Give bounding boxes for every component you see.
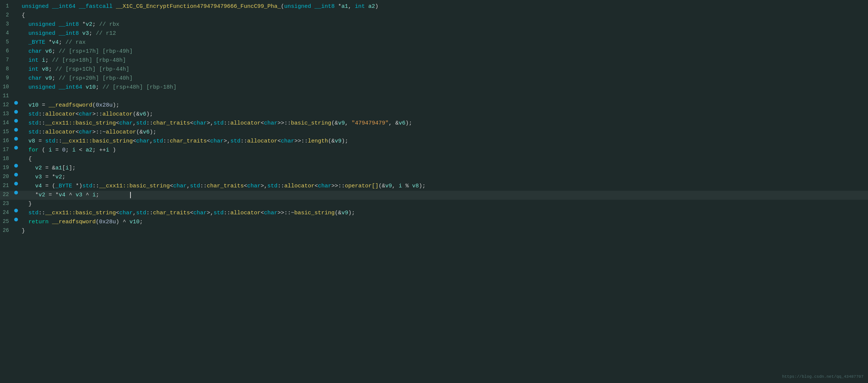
line-num-19: 19 xyxy=(0,164,13,172)
line-num-8: 8 xyxy=(0,65,13,73)
code-text-14: std::__cxx11::basic_string<char,std::cha… xyxy=(19,119,868,128)
code-text-20: v3 = *v2; xyxy=(19,173,868,181)
code-text-4: unsigned __int8 v3; // r12 xyxy=(19,29,868,38)
code-line-12: 12 v10 = __readfsqword(0x28u); xyxy=(0,101,868,110)
code-line-10: 10 unsigned __int64 v10; // [rsp+48h] [r… xyxy=(0,83,868,92)
code-text-10: unsigned __int64 v10; // [rsp+48h] [rbp-… xyxy=(19,83,868,92)
watermark: https://blog.csdn.net/qq_43487707 xyxy=(782,374,864,380)
code-line-24: 24 std::__cxx11::basic_string<char,std::… xyxy=(0,209,868,218)
line-num-11: 11 xyxy=(0,92,13,100)
dot-17 xyxy=(13,146,19,150)
code-line-8: 8 int v8; // [rsp+1Ch] [rbp-44h] xyxy=(0,65,868,74)
code-text-24: std::__cxx11::basic_string<char,std::cha… xyxy=(19,209,868,217)
code-text-3: unsigned __int8 *v2; // rbx xyxy=(19,20,868,29)
line-num-14: 14 xyxy=(0,119,13,127)
line-num-9: 9 xyxy=(0,74,13,82)
code-line-26: 26 } xyxy=(0,227,868,236)
code-text-9: char v9; // [rsp+20h] [rbp-40h] xyxy=(19,74,868,83)
line-num-26: 26 xyxy=(0,227,13,235)
line-num-10: 10 xyxy=(0,83,13,91)
line-num-23: 23 xyxy=(0,200,13,208)
code-text-15: std::allocator<char>::~allocator(&v6); xyxy=(19,128,868,137)
code-line-20: 20 v3 = *v2; xyxy=(0,173,868,182)
line-num-22: 22 xyxy=(0,191,13,199)
code-line-14: 14 std::__cxx11::basic_string<char,std::… xyxy=(0,119,868,128)
dot-20 xyxy=(13,173,19,177)
code-text-6: char v6; // [rsp+17h] [rbp-49h] xyxy=(19,47,868,56)
line-num-2: 2 xyxy=(0,11,13,19)
code-text-5: _BYTE *v4; // rax xyxy=(19,38,868,47)
code-line-21: 21 v4 = (_BYTE *)std::__cxx11::basic_str… xyxy=(0,182,868,191)
code-text-12: v10 = __readfsqword(0x28u); xyxy=(19,101,868,110)
code-text-19: v2 = &a1[i]; xyxy=(19,164,868,172)
code-line-7: 7 int i; // [rsp+18h] [rbp-48h] xyxy=(0,56,868,65)
line-num-25: 25 xyxy=(0,218,13,226)
line-num-18: 18 xyxy=(0,155,13,163)
dot-24 xyxy=(13,209,19,212)
line-num-3: 3 xyxy=(0,20,13,28)
dot-19 xyxy=(13,164,19,168)
code-viewer: 1 unsigned __int64 __fastcall __X1C_CG_E… xyxy=(0,0,868,238)
code-line-19: 19 v2 = &a1[i]; xyxy=(0,164,868,173)
code-line-9: 9 char v9; // [rsp+20h] [rbp-40h] xyxy=(0,74,868,83)
code-text-18: { xyxy=(19,155,868,163)
line-num-17: 17 xyxy=(0,146,13,154)
code-text-22: *v2 = *v4 ^ v3 ^ i; xyxy=(19,191,868,199)
line-num-24: 24 xyxy=(0,209,13,217)
dot-13 xyxy=(13,110,19,114)
line-num-20: 20 xyxy=(0,173,13,181)
dot-22 xyxy=(13,191,19,194)
code-line-6: 6 char v6; // [rsp+17h] [rbp-49h] xyxy=(0,47,868,56)
code-line-4: 4 unsigned __int8 v3; // r12 xyxy=(0,29,868,38)
dot-16 xyxy=(13,137,19,141)
code-text-1: unsigned __int64 __fastcall __X1C_CG_Enc… xyxy=(19,2,868,11)
dot-12 xyxy=(13,101,19,105)
code-text-16: v8 = std::__cxx11::basic_string<char,std… xyxy=(19,137,868,145)
line-num-5: 5 xyxy=(0,38,13,46)
dot-21 xyxy=(13,182,19,186)
code-text-2: { xyxy=(19,11,868,20)
code-line-15: 15 std::allocator<char>::~allocator(&v6)… xyxy=(0,128,868,137)
code-line-1: 1 unsigned __int64 __fastcall __X1C_CG_E… xyxy=(0,2,868,11)
code-line-25: 25 return __readfsqword(0x28u) ^ v10; xyxy=(0,218,868,227)
code-line-22: 22 *v2 = *v4 ^ v3 ^ i; xyxy=(0,191,868,200)
dot-25 xyxy=(13,218,19,221)
line-num-12: 12 xyxy=(0,101,13,109)
line-num-4: 4 xyxy=(0,29,13,37)
line-num-13: 13 xyxy=(0,110,13,118)
line-num-15: 15 xyxy=(0,128,13,136)
code-line-18: 18 { xyxy=(0,155,868,164)
code-line-11: 11 xyxy=(0,92,868,101)
code-line-5: 5 _BYTE *v4; // rax xyxy=(0,38,868,47)
line-num-16: 16 xyxy=(0,137,13,145)
code-text-17: for ( i = 0; i < a2; ++i ) xyxy=(19,146,868,154)
line-num-21: 21 xyxy=(0,182,13,190)
code-text-26: } xyxy=(19,227,868,235)
code-text-21: v4 = (_BYTE *)std::__cxx11::basic_string… xyxy=(19,182,868,190)
code-line-2: 2 { xyxy=(0,11,868,20)
code-text-13: std::allocator<char>::allocator(&v6); xyxy=(19,110,868,119)
code-line-13: 13 std::allocator<char>::allocator(&v6); xyxy=(0,110,868,119)
code-line-3: 3 unsigned __int8 *v2; // rbx xyxy=(0,20,868,29)
dot-15 xyxy=(13,128,19,132)
code-text-23: } xyxy=(19,200,868,208)
code-text-25: return __readfsqword(0x28u) ^ v10; xyxy=(19,218,868,226)
code-line-17: 17 for ( i = 0; i < a2; ++i ) xyxy=(0,146,868,155)
line-num-1: 1 xyxy=(0,2,13,10)
dot-14 xyxy=(13,119,19,123)
line-num-6: 6 xyxy=(0,47,13,55)
line-num-7: 7 xyxy=(0,56,13,64)
code-text-7: int i; // [rsp+18h] [rbp-48h] xyxy=(19,56,868,65)
code-text-8: int v8; // [rsp+1Ch] [rbp-44h] xyxy=(19,65,868,74)
code-line-16: 16 v8 = std::__cxx11::basic_string<char,… xyxy=(0,137,868,146)
code-line-23: 23 } xyxy=(0,200,868,209)
